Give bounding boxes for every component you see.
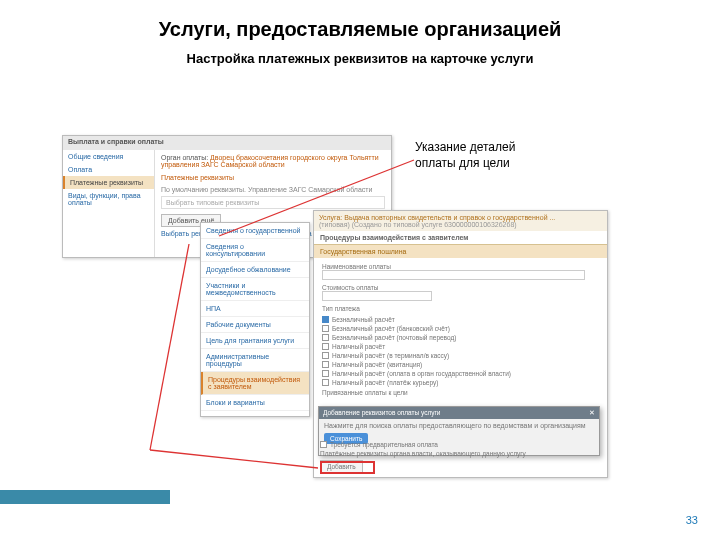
label-payment-type: Тип платежа bbox=[322, 305, 599, 312]
accent-bar bbox=[0, 490, 170, 504]
chk-label-2: Безналичный расчёт (банковский счёт) bbox=[332, 325, 450, 332]
input-payment-cost[interactable] bbox=[322, 291, 432, 301]
chk-label-prepay: Требуется предварительная оплата bbox=[330, 441, 438, 448]
callout: Указание деталей оплаты для цели bbox=[415, 140, 595, 171]
input-payment-name[interactable] bbox=[322, 270, 585, 280]
checkbox-5[interactable] bbox=[322, 352, 329, 359]
shot3-title-line2: (типовая) (Создано по типовой услуге 630… bbox=[319, 221, 602, 228]
nav-item-4[interactable]: Участники и межведомственность bbox=[201, 278, 309, 301]
shot3-tagbar: Государственная пошлина bbox=[314, 245, 607, 258]
nav-item-7[interactable]: Цель для грантания услуги bbox=[201, 333, 309, 349]
svg-line-1 bbox=[150, 244, 189, 450]
shot1-sidebar: Общие сведения Оплата Платежные реквизит… bbox=[63, 150, 155, 257]
page-number: 33 bbox=[686, 514, 698, 526]
checkbox-1[interactable] bbox=[322, 316, 329, 323]
nav-item-6[interactable]: Рабочие документы bbox=[201, 317, 309, 333]
shot1-section-title: Платежные реквизиты bbox=[161, 174, 385, 181]
bottom-note: Платёжные реквизиты органа власти, оказы… bbox=[320, 450, 601, 457]
popup-title: Добавление реквизитов оплаты услуги bbox=[323, 409, 441, 417]
nav-item-5[interactable]: НПА bbox=[201, 301, 309, 317]
nav-item-2[interactable]: Сведения о консультировании bbox=[201, 239, 309, 262]
sidebar-item-requisites[interactable]: Платежные реквизиты bbox=[63, 176, 154, 189]
chk-label-7: Наличный расчёт (оплата в орган государс… bbox=[332, 370, 511, 377]
slide-subtitle: Настройка платежных реквизитов на карточ… bbox=[0, 51, 720, 66]
sidebar-item-types[interactable]: Виды, функции, права оплаты bbox=[63, 189, 154, 209]
checkbox-2[interactable] bbox=[322, 325, 329, 332]
nav-item-10[interactable]: Блоки и варианты bbox=[201, 395, 309, 411]
sidebar-item-general[interactable]: Общие сведения bbox=[63, 150, 154, 163]
label-payment-cost: Стоимость оплаты bbox=[322, 284, 599, 291]
label-payment-name: Наименование оплаты bbox=[322, 263, 599, 270]
sidebar-item-payment[interactable]: Оплата bbox=[63, 163, 154, 176]
close-icon[interactable]: ✕ bbox=[589, 409, 595, 417]
nav-item-8[interactable]: Административные процедуры bbox=[201, 349, 309, 372]
shot3-section: Процедуры взаимодействия с заявителем bbox=[314, 231, 607, 245]
chk-label-4: Наличный расчёт bbox=[332, 343, 385, 350]
nav-item-9-active[interactable]: Процедуры взаимодействия с заявителем bbox=[201, 372, 309, 395]
screenshot-left-nav: Сведения о государственной Сведения о ко… bbox=[200, 222, 310, 417]
nav-item-3[interactable]: Досудебное обжалование bbox=[201, 262, 309, 278]
shot1-header: Выплата и справки оплаты bbox=[63, 136, 391, 150]
checkbox-prepay[interactable] bbox=[320, 441, 327, 448]
chk-label-8: Наличный расчёт (платёж курьеру) bbox=[332, 379, 438, 386]
callout-line1: Указание деталей bbox=[415, 140, 515, 154]
chk-label-6: Наличный расчёт (квитанция) bbox=[332, 361, 422, 368]
org-label: Орган оплаты: bbox=[161, 154, 208, 161]
shot3-titlebar: Услуга: Выдача повторных свидетельств и … bbox=[314, 211, 607, 231]
shot1-note: По умолчанию реквизиты. Управление ЗАГС … bbox=[161, 186, 385, 193]
checkbox-4[interactable] bbox=[322, 343, 329, 350]
label-bound: Привязанные оплаты к цели bbox=[322, 389, 599, 396]
checkbox-7[interactable] bbox=[322, 370, 329, 377]
svg-line-2 bbox=[150, 450, 318, 468]
nav-item-1[interactable]: Сведения о государственной bbox=[201, 223, 309, 239]
checkbox-3[interactable] bbox=[322, 334, 329, 341]
shot1-select-template[interactable]: Выбрать типовые реквизиты bbox=[161, 196, 385, 209]
shot3-bottom: Требуется предварительная оплата Платёжн… bbox=[314, 437, 607, 477]
chk-label-3: Безналичный расчёт (почтовый перевод) bbox=[332, 334, 456, 341]
checkbox-8[interactable] bbox=[322, 379, 329, 386]
checkbox-6[interactable] bbox=[322, 361, 329, 368]
chk-label-1: Безналичный расчёт bbox=[332, 316, 395, 323]
screenshot-payment-form: Услуга: Выдача повторных свидетельств и … bbox=[313, 210, 608, 478]
popup-body-text: Нажмите для поиска оплаты предоставляюще… bbox=[324, 422, 594, 429]
chk-label-5: Наличный расчёт (в терминал/в кассу) bbox=[332, 352, 449, 359]
callout-line2: оплаты для цели bbox=[415, 156, 510, 170]
bottom-add-button[interactable]: Добавить bbox=[320, 460, 363, 473]
shot3-title-line1: Услуга: Выдача повторных свидетельств и … bbox=[319, 214, 602, 221]
slide-title: Услуги, предоставляемые организацией bbox=[0, 0, 720, 41]
